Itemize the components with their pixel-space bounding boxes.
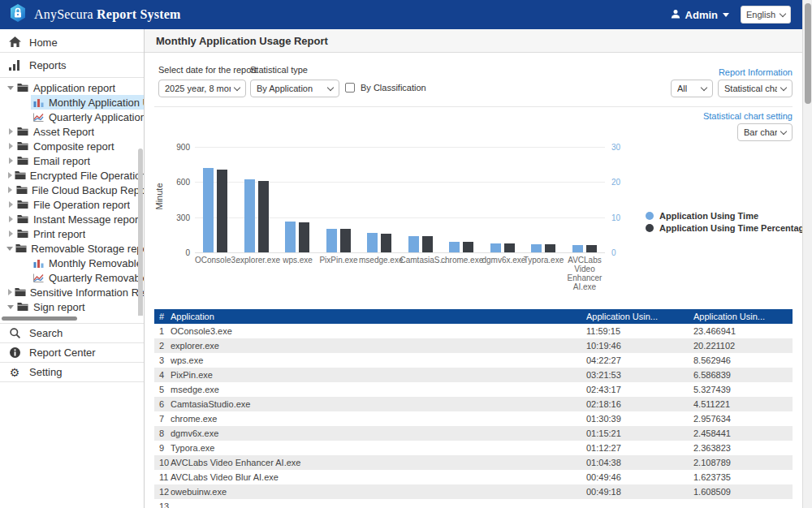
x-axis-category-label: explorer.exe bbox=[236, 256, 278, 265]
statistical-chart-setting-link[interactable]: Statistical chart setting bbox=[703, 111, 793, 121]
folder-icon bbox=[15, 200, 30, 209]
table-cell: AVCLabs Video Enhancer AI.exe bbox=[171, 458, 573, 467]
table-row: 1OConsole3.exe11:59:1523.466941 bbox=[154, 324, 793, 338]
caret-right-icon[interactable] bbox=[6, 143, 15, 149]
caret-down-icon[interactable] bbox=[6, 305, 15, 309]
tree-item-instant-message-report[interactable]: Instant Message report bbox=[0, 212, 144, 226]
top-header-bar: AnySecura Report System Admin English bbox=[0, 0, 802, 29]
page-scrollbar-thumb[interactable] bbox=[805, 3, 811, 104]
table-header-cell[interactable]: Application Usin... bbox=[573, 312, 687, 321]
table-row: 10AVCLabs Video Enhancer AI.exe01:04:382… bbox=[154, 455, 793, 470]
sidebar-item-home[interactable]: Home bbox=[0, 32, 144, 52]
sidebar-item-search[interactable]: Search bbox=[0, 324, 144, 342]
tree-horizontal-scrollbar[interactable] bbox=[0, 316, 144, 321]
tree-item-label: File Cloud Backup Report bbox=[32, 184, 144, 196]
tree-item-file-cloud-backup-report[interactable]: File Cloud Backup Report bbox=[0, 183, 144, 197]
brand: AnySecura Report System bbox=[0, 3, 181, 26]
tree-item-composite-report[interactable]: Composite report bbox=[0, 139, 144, 153]
tree-item-sensitive-information-report[interactable]: Sensitive Information Report bbox=[0, 285, 144, 299]
bar-chart-icon bbox=[31, 259, 45, 268]
tree-item-content: Monthly Application Usag bbox=[31, 95, 144, 110]
tree-item-encrypted-file-operations-r[interactable]: Encrypted File Operations R bbox=[0, 168, 144, 183]
y-axis-tick-left: 0 bbox=[154, 248, 190, 257]
tree-item-email-report[interactable]: Email report bbox=[0, 153, 144, 168]
bar-using-time bbox=[203, 168, 214, 252]
tree-item-asset-report[interactable]: Asset Report bbox=[0, 124, 144, 139]
info-icon bbox=[8, 347, 21, 358]
tree-item-print-report[interactable]: Print report bbox=[0, 226, 144, 241]
date-select[interactable]: 2025 year, 8 month bbox=[158, 80, 246, 97]
chart-gridline bbox=[195, 147, 605, 148]
tree-item-label: Application report bbox=[33, 82, 115, 94]
bar-using-time bbox=[531, 244, 542, 252]
chevron-down-icon bbox=[780, 127, 787, 134]
stat-type-select-value: By Application bbox=[257, 84, 313, 93]
bar-using-time bbox=[326, 229, 337, 252]
admin-menu[interactable]: Admin bbox=[671, 9, 729, 21]
caret-right-icon[interactable] bbox=[6, 128, 15, 135]
table-header-cell[interactable]: Application Usin... bbox=[687, 312, 793, 321]
report-tree: Application reportMonthly Application Us… bbox=[0, 80, 144, 316]
bar-using-time-percentage bbox=[340, 229, 351, 252]
y-axis-tick-right: 30 bbox=[611, 143, 620, 152]
caret-down-icon[interactable] bbox=[6, 86, 15, 90]
table-cell: dgmv6x.exe bbox=[171, 428, 573, 438]
stat-type-select[interactable]: By Application bbox=[250, 80, 339, 97]
tree-item-monthly-removable-stor[interactable]: Monthly Removable Stor bbox=[0, 256, 144, 270]
language-select[interactable]: English bbox=[741, 6, 791, 24]
table-cell: 11:59:15 bbox=[573, 326, 687, 336]
all-select[interactable]: All bbox=[671, 80, 713, 97]
table-row: 3wps.exe04:22:278.562946 bbox=[154, 353, 793, 368]
caret-right-icon[interactable] bbox=[6, 172, 14, 179]
tree-item-monthly-application-usag[interactable]: Monthly Application Usag bbox=[0, 95, 144, 110]
chevron-down-icon bbox=[723, 13, 729, 17]
chart-type-select[interactable]: Bar charts bbox=[737, 123, 793, 141]
bar-chart-icon bbox=[31, 98, 45, 107]
usage-bar-chart: Minute Application Using TimeApplication… bbox=[145, 143, 802, 309]
caret-right-icon[interactable] bbox=[6, 216, 15, 222]
table-cell: 5 bbox=[154, 385, 171, 394]
report-information-link[interactable]: Report Information bbox=[719, 67, 793, 77]
table-cell: 11 bbox=[154, 472, 171, 482]
caret-right-icon[interactable] bbox=[6, 187, 15, 193]
caret-right-icon[interactable] bbox=[6, 201, 15, 208]
legend-label: Application Using Time Percentage bbox=[659, 223, 802, 233]
line-chart-icon bbox=[31, 113, 45, 122]
tree-item-quarterly-application-usa[interactable]: Quarterly Application Usa bbox=[0, 110, 144, 124]
sidebar-item-report-center[interactable]: Report Center bbox=[0, 343, 144, 362]
table-row: 7chrome.exe01:30:392.957634 bbox=[154, 411, 793, 426]
y-axis-tick-left: 900 bbox=[154, 143, 190, 152]
tree-item-label: Print report bbox=[33, 228, 85, 240]
tree-vertical-scrollbar[interactable] bbox=[138, 149, 143, 316]
divider bbox=[0, 381, 144, 382]
sidebar-item-setting[interactable]: ⚙ Setting bbox=[0, 363, 144, 381]
tree-item-file-operation-report[interactable]: File Operation report bbox=[0, 197, 144, 212]
tree-item-removable-storage-report[interactable]: Removable Storage report bbox=[0, 241, 144, 256]
tree-item-label: Removable Storage report bbox=[31, 243, 144, 255]
sidebar-home-label: Home bbox=[29, 37, 58, 49]
statistical-chart-select[interactable]: Statistical chart : bbox=[718, 80, 793, 97]
tree-item-sign-report[interactable]: Sign report bbox=[0, 299, 144, 314]
stat-type-label: Statistical type bbox=[250, 65, 308, 75]
x-axis-category-label: PixPin.exe bbox=[318, 256, 360, 265]
tree-item-quarterly-removable-sto[interactable]: Quarterly Removable Sto bbox=[0, 270, 144, 285]
caret-right-icon[interactable] bbox=[6, 289, 14, 295]
table-cell: 12 bbox=[154, 487, 171, 497]
line-chart-icon bbox=[31, 273, 45, 282]
usage-table: #ApplicationApplication Usin...Applicati… bbox=[154, 309, 793, 508]
table-cell: 1.608509 bbox=[687, 487, 793, 497]
table-cell: 00:49:18 bbox=[573, 487, 687, 497]
sidebar-item-reports[interactable]: Reports bbox=[0, 55, 144, 75]
table-cell: 23.466941 bbox=[687, 326, 793, 336]
table-header-cell[interactable]: # bbox=[154, 312, 171, 321]
caret-right-icon[interactable] bbox=[6, 157, 15, 164]
page-scrollbar[interactable] bbox=[802, 0, 812, 508]
table-header-cell[interactable]: Application bbox=[171, 312, 573, 321]
tree-item-application-report[interactable]: Application report bbox=[0, 80, 144, 95]
caret-right-icon[interactable] bbox=[6, 230, 15, 237]
by-classification-checkbox[interactable] bbox=[345, 83, 355, 93]
caret-down-icon[interactable] bbox=[6, 247, 15, 251]
bar-using-time bbox=[572, 245, 583, 252]
table-cell: 2 bbox=[154, 341, 171, 351]
y-axis-tick-right: 10 bbox=[611, 213, 620, 222]
